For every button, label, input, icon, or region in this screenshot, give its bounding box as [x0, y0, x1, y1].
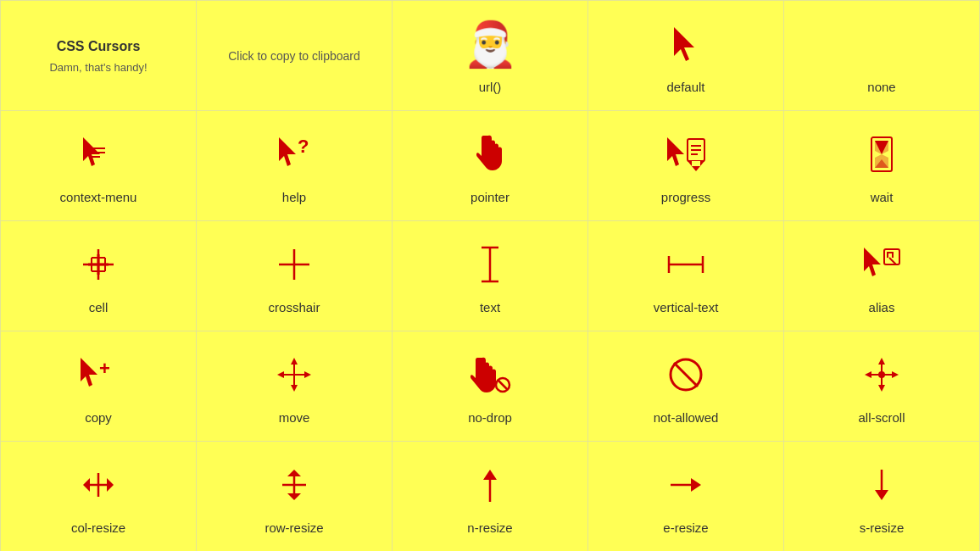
- pointer-icon: [475, 131, 505, 178]
- text-icon: [478, 242, 502, 288]
- col-resize-icon: [80, 462, 117, 509]
- copy-icon: +: [77, 352, 120, 398]
- svg-marker-31: [864, 248, 881, 276]
- cursor-cell-default[interactable]: default: [588, 1, 784, 111]
- all-scroll-icon: [863, 352, 900, 398]
- cursor-label-no-drop: no-drop: [468, 410, 512, 425]
- cursor-label-e-resize: e-resize: [663, 520, 708, 535]
- default-icon: [671, 21, 701, 68]
- cursor-label-none: none: [867, 80, 895, 94]
- n-resize-icon: [480, 462, 500, 509]
- svg-marker-54: [107, 478, 114, 492]
- cursor-cell-all-scroll[interactable]: all-scroll: [784, 331, 980, 442]
- cursor-label-help: help: [282, 190, 306, 204]
- svg-marker-34: [81, 358, 97, 387]
- s-resize-icon: [871, 462, 892, 509]
- cursor-label-cell: cell: [89, 300, 109, 314]
- cursor-cell-row-resize[interactable]: row-resize: [197, 442, 393, 551]
- cursor-label-progress: progress: [661, 190, 710, 204]
- cursor-cell-help[interactable]: ? help: [197, 111, 393, 221]
- svg-line-43: [498, 380, 508, 390]
- cursor-label-move: move: [279, 410, 310, 425]
- copy-hint-cell: Click to copy to clipboard: [197, 1, 393, 111]
- cursor-label-copy: copy: [85, 410, 112, 425]
- cursor-label-default: default: [666, 80, 704, 94]
- cursor-cell-no-drop[interactable]: no-drop: [393, 331, 588, 442]
- cursor-cell-move[interactable]: move: [197, 331, 393, 442]
- svg-line-45: [674, 363, 698, 387]
- cursor-cell-url[interactable]: 🎅 url(): [393, 1, 588, 111]
- not-allowed-icon: [667, 352, 704, 398]
- cursor-cell-copy[interactable]: + copy: [1, 331, 197, 442]
- wait-icon: [866, 131, 897, 178]
- cursor-label-all-scroll: all-scroll: [858, 410, 905, 425]
- svg-text:+: +: [99, 358, 110, 379]
- cursor-cell-pointer[interactable]: pointer: [393, 111, 588, 221]
- svg-marker-58: [287, 493, 301, 500]
- svg-marker-39: [304, 371, 311, 378]
- cursor-cell-text[interactable]: text: [393, 221, 588, 331]
- cursor-label-pointer: pointer: [471, 190, 509, 204]
- cursor-cell-s-resize[interactable]: s-resize: [784, 442, 980, 551]
- row-resize-icon: [279, 462, 309, 509]
- svg-marker-53: [83, 478, 90, 492]
- url-icon: 🎅: [463, 21, 518, 68]
- cursor-cell-context-menu[interactable]: context-menu: [1, 111, 197, 221]
- svg-marker-37: [291, 385, 298, 392]
- context-menu-icon: [80, 131, 117, 178]
- copy-hint: Click to copy to clipboard: [228, 49, 360, 63]
- cursor-label-crosshair: crosshair: [269, 300, 320, 314]
- app-subtitle: Damn, that's handy!: [49, 61, 147, 74]
- cursor-cell-n-resize[interactable]: n-resize: [393, 442, 588, 551]
- cursor-label-alias: alias: [869, 300, 895, 314]
- crosshair-icon: [276, 242, 313, 288]
- svg-marker-0: [674, 27, 694, 61]
- cursor-label-n-resize: n-resize: [467, 520, 512, 535]
- cursor-label-col-resize: col-resize: [71, 520, 125, 535]
- svg-text:?: ?: [298, 136, 309, 157]
- svg-rect-13: [692, 161, 700, 166]
- alias-icon: [860, 242, 903, 288]
- svg-line-33: [889, 258, 896, 264]
- cursor-label-wait: wait: [871, 190, 894, 204]
- svg-marker-5: [279, 137, 296, 166]
- cursor-label-vertical-text: vertical-text: [654, 300, 719, 314]
- cursor-cell-none[interactable]: none: [784, 1, 980, 111]
- header-cell: CSS Cursors Damn, that's handy!: [1, 1, 197, 111]
- help-icon: ?: [276, 131, 313, 178]
- cursor-cell-progress[interactable]: progress: [588, 111, 784, 221]
- cursor-cell-e-resize[interactable]: e-resize: [588, 442, 784, 551]
- svg-marker-63: [691, 478, 701, 492]
- cursor-label-context-menu: context-menu: [60, 190, 137, 204]
- cursor-label-s-resize: s-resize: [860, 520, 905, 535]
- no-drop-icon: [469, 352, 511, 398]
- app-title: CSS Cursors: [57, 37, 141, 56]
- svg-marker-36: [291, 358, 298, 365]
- cursor-cell-crosshair[interactable]: crosshair: [197, 221, 393, 331]
- svg-marker-49: [892, 371, 899, 378]
- svg-marker-61: [483, 470, 497, 480]
- svg-marker-7: [667, 137, 684, 166]
- svg-marker-65: [875, 490, 888, 500]
- progress-icon: [664, 131, 708, 178]
- svg-rect-3: [92, 152, 105, 153]
- svg-marker-48: [865, 371, 871, 378]
- cursor-cell-vertical-text[interactable]: vertical-text: [588, 221, 784, 331]
- svg-marker-46: [878, 358, 885, 365]
- svg-marker-38: [277, 371, 284, 378]
- cursor-cell-col-resize[interactable]: col-resize: [1, 442, 197, 551]
- cursor-label-row-resize: row-resize: [264, 520, 323, 535]
- cursor-cell-not-allowed[interactable]: not-allowed: [588, 331, 784, 442]
- svg-marker-57: [287, 470, 301, 476]
- cell-icon: [80, 242, 117, 288]
- cursor-cell-cell[interactable]: cell: [1, 221, 197, 331]
- svg-rect-4: [92, 156, 100, 158]
- move-icon: [276, 352, 313, 398]
- cursor-grid: CSS Cursors Damn, that's handy! Click to…: [0, 0, 980, 551]
- cursor-cell-wait[interactable]: wait: [784, 111, 980, 221]
- cursor-label-url: url(): [479, 80, 502, 94]
- cursor-label-not-allowed: not-allowed: [654, 410, 719, 425]
- vertical-text-icon: [665, 242, 706, 288]
- cursor-cell-alias[interactable]: alias: [784, 221, 980, 331]
- svg-rect-2: [92, 147, 105, 149]
